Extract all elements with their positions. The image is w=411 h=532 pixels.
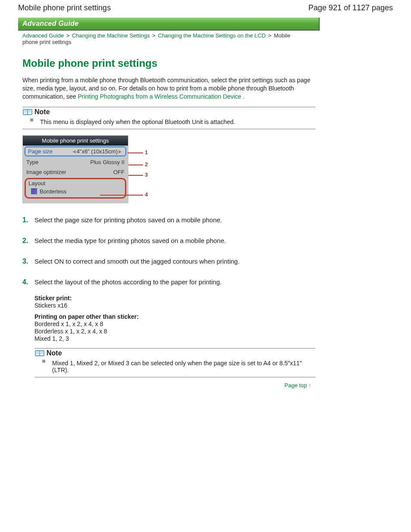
triangle-left-icon: ◀ bbox=[72, 149, 77, 154]
breadcrumb-link-1[interactable]: Changing the Machine Settings bbox=[72, 32, 150, 39]
document-header: Mobile phone print settings Page 921 of … bbox=[18, 3, 393, 12]
sticker-line: Stickers x16 bbox=[34, 302, 315, 309]
breadcrumb-link-2[interactable]: Changing the Machine Settings on the LCD bbox=[158, 32, 266, 39]
lcd-row-type: Type Plus Glossy II bbox=[23, 157, 128, 167]
bullet-icon bbox=[30, 118, 33, 121]
step-text: Select ON to correct and smooth out the … bbox=[34, 258, 240, 265]
step-2: 2. Select the media type for printing ph… bbox=[22, 237, 315, 245]
intro-link[interactable]: Printing Photographs from a Wireless Com… bbox=[78, 93, 241, 100]
layout-thumb-icon bbox=[31, 188, 37, 194]
other-line: Mixed 1, 2, 3 bbox=[34, 335, 315, 342]
note-title: Note bbox=[47, 349, 62, 357]
note-block-1: Note This menu is displayed only when th… bbox=[22, 107, 315, 129]
callout-number-2: 2 bbox=[145, 161, 148, 168]
note-title: Note bbox=[34, 108, 50, 116]
step-number: 2. bbox=[22, 237, 31, 245]
lcd-layout-value: Borderless bbox=[40, 188, 66, 195]
lcd-row-label: Type bbox=[26, 159, 38, 165]
layout-details: Sticker print: Stickers x16 Printing on … bbox=[34, 295, 315, 342]
lcd-row-image-optimizer: Image optimizer OFF bbox=[23, 167, 128, 177]
page-top-label: Page top bbox=[284, 382, 307, 389]
lcd-row-label: Page size bbox=[28, 148, 53, 155]
other-line: Borderless x 1, x 2, x 4, x 8 bbox=[34, 328, 315, 335]
lcd-layout-label: Layout bbox=[28, 180, 122, 187]
step-text: Select the page size for printing photos… bbox=[34, 216, 222, 224]
page-title: Mobile phone print settings bbox=[22, 57, 315, 69]
page-indicator: Page 921 of 1127 pages bbox=[308, 3, 393, 12]
banner-advanced-guide: Advanced Guide bbox=[18, 18, 320, 31]
steps-list: 1. Select the page size for printing pho… bbox=[22, 216, 315, 286]
step-3: 3. Select ON to correct and smooth out t… bbox=[22, 258, 315, 265]
callout-number-4: 4 bbox=[145, 191, 148, 198]
bullet-icon bbox=[42, 360, 45, 363]
breadcrumb-link-0[interactable]: Advanced Guide bbox=[22, 32, 64, 39]
lcd-row-value: Plus Glossy II bbox=[90, 159, 125, 165]
sticker-head: Sticker print: bbox=[34, 295, 315, 302]
callout-line bbox=[128, 165, 143, 165]
lcd-row-value: OFF bbox=[113, 169, 125, 175]
note-icon bbox=[22, 109, 33, 115]
step-number: 3. bbox=[22, 258, 31, 265]
arrow-up-icon: ↑ bbox=[308, 383, 311, 389]
lcd-figure: Mobile phone print settings Page size ◀ … bbox=[22, 135, 147, 203]
lcd-row-label: Image optimizer bbox=[26, 169, 66, 175]
callout-line bbox=[100, 195, 143, 196]
intro-text-after: . bbox=[243, 93, 245, 100]
step-number: 4. bbox=[22, 278, 31, 286]
step-1: 1. Select the page size for printing pho… bbox=[22, 216, 315, 224]
doc-title: Mobile phone print settings bbox=[18, 3, 111, 12]
step-text: Select the layout of the photos accordin… bbox=[34, 278, 221, 286]
note-block-2: Note Mixed 1, Mixed 2, or Mixed 3 can be… bbox=[34, 348, 315, 377]
breadcrumb-sep: > bbox=[267, 32, 272, 39]
lcd-row-page-size: Page size ◀ 4"x6" (10x15cm) ▶ bbox=[25, 146, 126, 156]
step-4: 4. Select the layout of the photos accor… bbox=[22, 278, 315, 286]
note-item: This menu is displayed only when the opt… bbox=[40, 118, 315, 125]
other-line: Bordered x 1, x 2, x 4, x 8 bbox=[34, 320, 315, 327]
lcd-title: Mobile phone print settings bbox=[23, 136, 128, 146]
note-item: Mixed 1, Mixed 2, or Mixed 3 can be sele… bbox=[52, 360, 315, 373]
breadcrumb-sep: > bbox=[151, 32, 156, 39]
note-icon bbox=[34, 350, 45, 357]
breadcrumb: Advanced Guide > Changing the Machine Se… bbox=[18, 31, 311, 47]
page-top-link[interactable]: Page top ↑ bbox=[284, 382, 311, 389]
callout-number-3: 3 bbox=[145, 171, 148, 178]
other-head: Printing on paper other than sticker: bbox=[34, 313, 315, 320]
step-text: Select the media type for printing photo… bbox=[34, 237, 226, 244]
triangle-right-icon: ▶ bbox=[118, 149, 123, 154]
step-number: 1. bbox=[22, 216, 31, 224]
callout-number-1: 1 bbox=[145, 149, 148, 156]
lcd-screen: Mobile phone print settings Page size ◀ … bbox=[22, 135, 128, 203]
breadcrumb-sep: > bbox=[65, 32, 71, 39]
lcd-row-value: 4"x6" (10x15cm) bbox=[77, 148, 118, 155]
callout-line bbox=[128, 152, 143, 153]
callout-line bbox=[128, 175, 143, 176]
intro-paragraph: When printing from a mobile phone throug… bbox=[22, 76, 315, 101]
